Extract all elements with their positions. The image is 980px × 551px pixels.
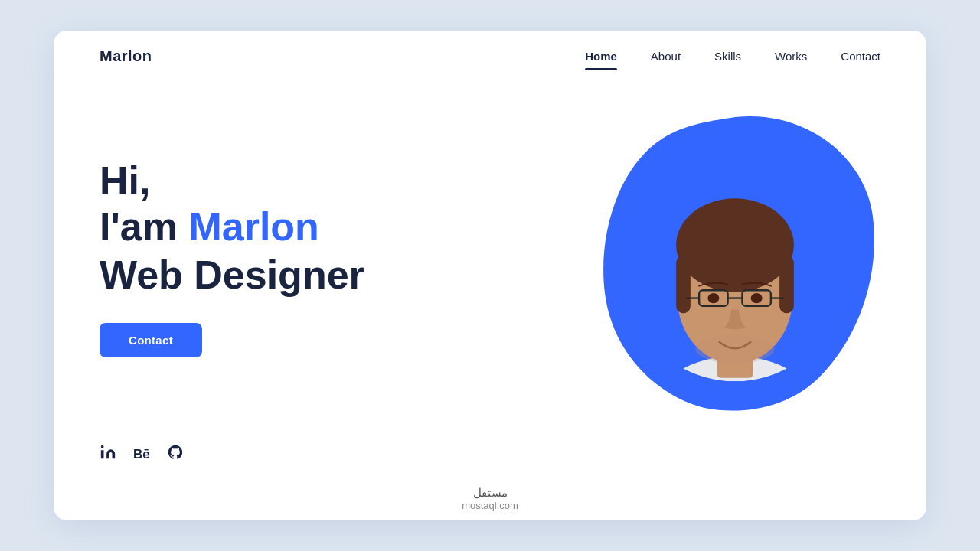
svg-point-12 <box>707 293 719 303</box>
svg-point-14 <box>695 334 774 364</box>
hero-image-area <box>590 94 880 416</box>
linkedin-icon[interactable] <box>100 444 116 465</box>
hero-name: Marlon <box>188 204 318 249</box>
hero-text: Hi, I'am Marlon Web Designer Contact <box>100 152 364 357</box>
svg-point-15 <box>101 445 104 448</box>
browser-window: Marlon Home About Skills Works Contact H… <box>54 31 926 520</box>
nav-item-works[interactable]: Works <box>775 50 807 64</box>
portrait-illustration <box>620 125 850 416</box>
nav-item-about[interactable]: About <box>651 50 681 64</box>
behance-icon[interactable]: Bē <box>133 447 150 462</box>
svg-point-13 <box>751 293 763 303</box>
navbar: Marlon Home About Skills Works Contact <box>54 31 926 65</box>
contact-button[interactable]: Contact <box>100 323 202 357</box>
nav-item-contact[interactable]: Contact <box>841 50 880 64</box>
nav-item-skills[interactable]: Skills <box>714 50 741 64</box>
logo[interactable]: Marlon <box>100 47 152 65</box>
watermark-url: mostaql.com <box>462 500 518 511</box>
github-icon[interactable] <box>167 444 184 465</box>
hero-intro: I'am Marlon <box>100 203 364 250</box>
nav-item-home[interactable]: Home <box>585 50 617 64</box>
svg-point-4 <box>676 198 794 292</box>
nav-links: Home About Skills Works Contact <box>585 50 880 64</box>
hero-role: Web Designer <box>100 251 364 298</box>
watermark: مستقل mostaql.com <box>54 486 926 520</box>
svg-rect-5 <box>676 256 691 313</box>
svg-rect-6 <box>779 256 794 313</box>
watermark-arabic: مستقل <box>54 486 926 500</box>
social-bar: Bē <box>54 444 926 486</box>
hero-greeting: Hi, <box>100 159 364 203</box>
hero-section: Hi, I'am Marlon Web Designer Contact <box>54 65 926 444</box>
